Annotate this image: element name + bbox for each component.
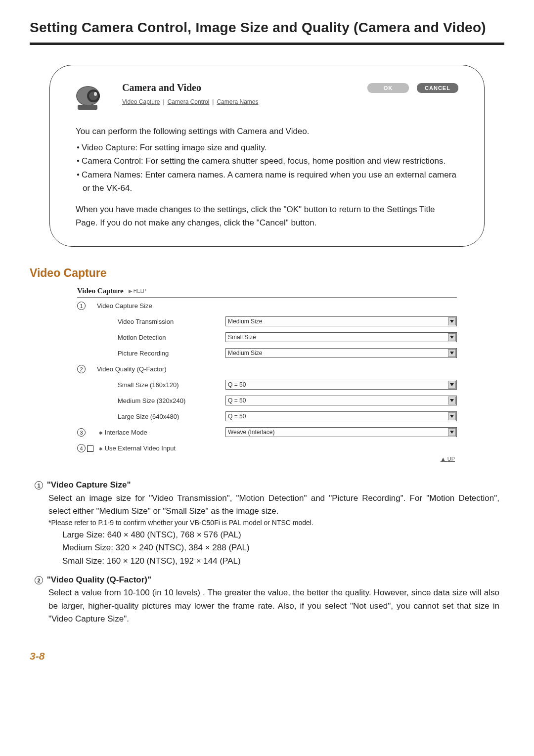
desc2-paragraph: Select a value from 10-100 (in 10 levels… [48,586,499,625]
desc-marker-2: 2 [35,576,43,584]
chevron-down-icon [448,428,456,436]
select-interlace-mode[interactable]: Weave (Interlace) [225,427,457,437]
checkbox-external-video[interactable] [87,445,93,452]
page-number: 3-8 [30,650,504,662]
section-title: Video Capture [30,267,504,280]
page-title: Setting Camera Control, Image Size and Q… [30,20,504,36]
desc1-size-large: Large Size: 640 × 480 (NTSC), 768 × 576 … [62,529,499,541]
footnote-star-icon: ✱ [99,446,103,451]
help-link[interactable]: ▶HELP [129,288,146,294]
up-link[interactable]: ▲ UP [77,456,457,462]
row-picture-recording: Picture Recording [97,350,225,357]
footnote-star-icon: ✱ [99,431,103,436]
desc-block-1: 1 "Video Capture Size" Select an image s… [35,479,499,568]
card-nav-links: Video Capture | Camera Control | Camera … [122,98,356,105]
row-video-transmission: Video Transmission [97,318,225,325]
row-large-size: Large Size (640x480) [97,413,225,420]
chevron-down-icon [448,381,456,389]
group-video-capture-size: Video Capture Size [97,302,225,310]
desc-title-2: "Video Quality (Q-Factor)" [47,575,151,584]
svg-rect-6 [78,105,97,110]
link-camera-control[interactable]: Camera Control [168,98,210,105]
select-video-transmission[interactable]: Medium Size [225,316,457,326]
row-small-size: Small Size (160x120) [97,381,225,389]
card-intro-text: You can perform the following settings w… [76,125,458,138]
desc-title-1: "Video Capture Size" [47,480,131,489]
desc1-size-medium: Medium Size: 320 × 240 (NTSC), 384 × 288… [62,541,499,554]
desc-marker-1: 1 [35,481,43,489]
video-capture-panel: Video Capture ▶HELP 1 Video Capture Size… [77,287,457,462]
group-interlace-mode: ✱ Interlace Mode [97,429,225,436]
chevron-down-icon [448,333,456,341]
desc1-size-small: Small Size: 160 × 120 (NTSC), 192 × 144 … [62,555,499,568]
chevron-down-icon [448,397,456,404]
marker-3: 3 [77,428,87,437]
group-external-video-input: ✱ Use External Video Input [97,445,225,452]
intro-card: Camera and Video Video Capture | Camera … [49,65,485,247]
select-motion-detection[interactable]: Small Size [225,332,457,342]
row-motion-detection: Motion Detection [97,334,225,341]
bullet-video-capture: Video Capture: For setting image size an… [83,141,458,154]
cancel-button[interactable]: CANCEL [417,83,458,93]
camera-icon [76,82,110,112]
group-video-quality: Video Quality (Q-Factor) [97,365,225,373]
card-outro-text: When you have made changes to the settin… [76,203,458,229]
desc-block-2: 2 "Video Quality (Q-Factor)" Select a va… [35,574,499,625]
svg-point-5 [94,92,97,96]
select-picture-recording[interactable]: Medium Size [225,348,457,358]
card-title: Camera and Video [122,82,356,93]
marker-2: 2 [77,365,87,373]
select-q-large[interactable]: Q = 50 [225,411,457,421]
chevron-down-icon [448,412,456,420]
row-medium-size: Medium Size (320x240) [97,397,225,404]
desc1-paragraph: Select an image size for "Video Transmis… [48,492,499,518]
bullet-camera-control: Camera Control: For setting the camera s… [83,154,458,168]
link-separator: | [212,98,214,105]
select-q-small[interactable]: Q = 50 [225,380,457,390]
panel-title: Video Capture [77,287,124,295]
link-video-capture[interactable]: Video Capture [122,98,160,105]
chevron-down-icon [448,317,456,325]
desc1-footnote: *Please refer to P.1-9 to confirm whethe… [48,518,499,529]
ok-button[interactable]: OK [367,83,409,93]
select-q-medium[interactable]: Q = 50 [225,396,457,405]
marker-4: 4 [77,444,96,452]
marker-1: 1 [77,302,87,310]
bullet-camera-names: Camera Names: Enter camera names. A came… [83,168,458,195]
link-camera-names[interactable]: Camera Names [217,98,258,105]
link-separator: | [163,98,165,105]
chevron-down-icon [448,349,456,357]
heading-rule [30,43,504,45]
